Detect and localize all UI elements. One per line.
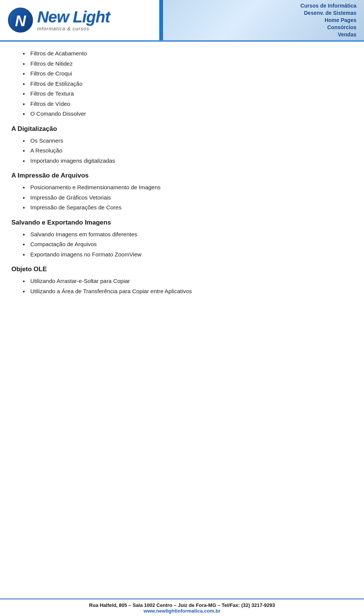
list-item: Exportando imagens no Formato ZoomView: [23, 250, 349, 259]
svg-text:N: N: [15, 13, 27, 29]
list-item: Utilizando a Área de Transferência para …: [23, 287, 349, 296]
list-item: Salvando Imagens em formatos diferentes: [23, 230, 349, 239]
list-item: Filtros de Vídeo: [23, 100, 349, 108]
list-item: Impressão de Separações de Cores: [23, 203, 349, 212]
logo-n-icon: N: [8, 7, 33, 33]
footer-address: Rua Halfeld, 805 – Sala 1002 Centro – Ju…: [0, 602, 364, 608]
filters-list: Filtros de Acabamento Filtros de Nitidez…: [23, 49, 349, 118]
impressao-list: Posicionamento e Redimensionamento de Im…: [23, 183, 349, 212]
main-content: Filtros de Acabamento Filtros de Nitidez…: [0, 42, 364, 305]
header: N New Light informática & cursos Cursos …: [0, 0, 364, 42]
nav-link-consorcios[interactable]: Consórcios: [327, 24, 356, 31]
blue-divider: [159, 0, 163, 40]
list-item: O Comando Dissolver: [23, 110, 349, 118]
nav-link-cursos[interactable]: Cursos de Informática: [300, 2, 356, 9]
list-item: A Resolução: [23, 146, 349, 155]
impressao-heading: A Impressão de Arquivos: [11, 172, 349, 179]
list-item: Filtros de Textura: [23, 90, 349, 98]
digitalizacao-list: Os Scanners A Resolução Importando image…: [23, 137, 349, 165]
salvando-heading: Salvando e Exportando Imagens: [11, 219, 349, 226]
logo-area: N New Light informática & cursos: [0, 0, 159, 40]
list-item: Impressão de Gráficos Vetoriais: [23, 193, 349, 202]
logo-text-group: New Light informática & cursos: [37, 9, 110, 31]
objeto-list: Utilizando Arrastar-e-Soltar para Copiar…: [23, 277, 349, 295]
list-item: Utilizando Arrastar-e-Soltar para Copiar: [23, 277, 349, 286]
objeto-heading: Objeto OLE: [11, 266, 349, 273]
digitalizacao-heading: A Digitalização: [11, 125, 349, 133]
list-item: Filtros de Estilização: [23, 80, 349, 88]
footer: Rua Halfeld, 805 – Sala 1002 Centro – Ju…: [0, 599, 364, 616]
salvando-list: Salvando Imagens em formatos diferentes …: [23, 230, 349, 259]
nav-link-vendas[interactable]: Vendas: [338, 31, 356, 38]
nav-links: Cursos de Informática Desenv. de Sistema…: [300, 2, 356, 38]
nav-link-home-pages[interactable]: Home Pages: [325, 17, 356, 24]
nav-link-desenv[interactable]: Desenv. de Sistemas: [304, 9, 356, 16]
nav-area: Cursos de Informática Desenv. de Sistema…: [163, 0, 364, 40]
logo-box: N New Light informática & cursos: [8, 7, 110, 33]
list-item: Filtros de Acabamento: [23, 49, 349, 58]
logo-top: N New Light informática & cursos: [8, 7, 110, 33]
list-item: Filtros de Nitidez: [23, 60, 349, 68]
list-item: Importando imagens digitalizadas: [23, 157, 349, 165]
list-item: Compactação de Arquivos: [23, 240, 349, 249]
logo-subtitle: informática & cursos: [37, 26, 110, 31]
footer-website: www.newlightinformatica.com.br: [0, 608, 364, 614]
list-item: Filtros de Croqui: [23, 69, 349, 78]
list-item: Os Scanners: [23, 137, 349, 145]
list-item: Posicionamento e Redimensionamento de Im…: [23, 183, 349, 192]
logo-title: New Light: [37, 9, 110, 25]
